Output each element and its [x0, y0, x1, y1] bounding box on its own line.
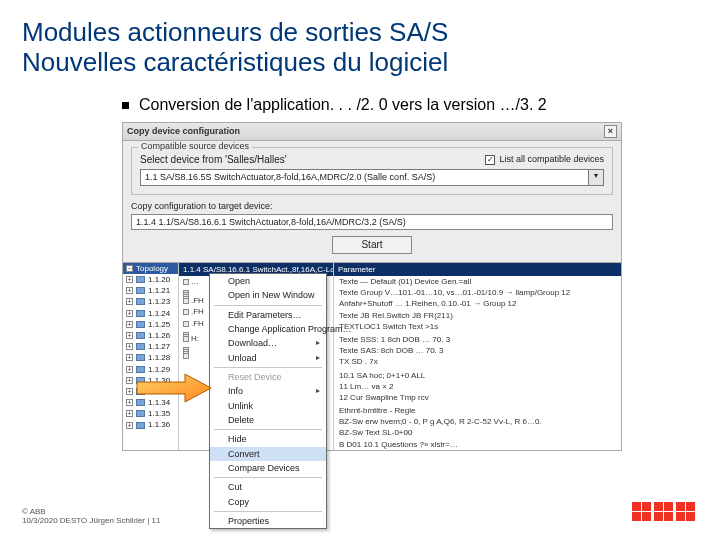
minus-icon: − — [126, 265, 133, 272]
source-device-combo[interactable]: 1.1 SA/S8.16.5S SwitchActuator,8-fold,16… — [140, 169, 604, 185]
slide-subtitle: Nouvelles caractéristiques du logiciel — [22, 48, 698, 78]
parameter-row: Texte SAS: 8ch DOB … 70. 3 — [334, 345, 621, 356]
group-legend: Compatible source devices — [138, 141, 252, 151]
dialog-title-text: Copy device configuration — [127, 126, 240, 136]
parameter-row: BZ-Sw Text SL-0+00 — [334, 427, 621, 438]
menu-delete[interactable]: Delete — [210, 413, 326, 427]
target-device-value: 1.1.4 1.1/SA/S8.16.6.1 SwitchActuator,8-… — [131, 214, 613, 230]
slide-title: Modules actionneurs de sorties SA/S — [22, 18, 698, 48]
tree-item[interactable]: +1.1.20 — [123, 274, 178, 285]
parameter-row: 10.1 SA hoc; 0+1+0 ALL — [334, 370, 621, 381]
menu-separator — [214, 367, 322, 368]
tree-item[interactable]: +1.1.24 — [123, 308, 178, 319]
parameter-row: B D01 10.1 Questions ?» xlstr=… — [334, 439, 621, 450]
list-compatible-checkbox[interactable]: ✓ List all compatible devices — [485, 154, 604, 164]
parameter-row: 12 Cur Swapline Tmp rcv — [334, 392, 621, 403]
parameter-row: TX SD . 7x — [334, 356, 621, 367]
device-tree[interactable]: − Topology +1.1.20 +1.1.21 +1.1.23 +1.1.… — [123, 263, 179, 450]
svg-rect-11 — [676, 512, 685, 521]
parameter-row: Texte SSS: 1 8ch DOB … 70. 3 — [334, 334, 621, 345]
dialog-titlebar: Copy device configuration × — [123, 123, 621, 141]
parameter-row: Texte — Default (01) Device Gen.=all — [334, 276, 621, 287]
svg-rect-1 — [632, 502, 641, 511]
parameter-row: Ethrnt-bmtitre - Regle — [334, 405, 621, 416]
bullet-row: Conversion de l'application. . . /2. 0 v… — [122, 96, 698, 114]
context-menu[interactable]: Open Open in New Window Edit Parameters…… — [209, 273, 327, 530]
menu-copy[interactable]: Copy — [210, 495, 326, 509]
svg-rect-12 — [686, 512, 695, 521]
parameter-column: Parameter Texte — Default (01) Device Ge… — [334, 263, 621, 450]
parameter-row: Texte Group V…101.-01…10, vs…01.-01/10.9… — [334, 287, 621, 298]
parameter-row: BZ-Sw erw hvem;0 - 0, P g A,Q6, R 2-C-52… — [334, 416, 621, 427]
menu-separator — [214, 477, 322, 478]
menu-hide[interactable]: Hide — [210, 432, 326, 446]
menu-compare-devices[interactable]: Compare Devices — [210, 461, 326, 475]
abb-logo — [632, 500, 696, 528]
menu-open[interactable]: Open — [210, 274, 326, 288]
tree-item[interactable]: +1.1.21 — [123, 285, 178, 296]
tree-item[interactable]: +1.1.23 — [123, 296, 178, 307]
menu-info[interactable]: Info — [210, 384, 326, 398]
menu-edit-parameters[interactable]: Edit Parameters… — [210, 308, 326, 322]
device-settings-column: 1.1.4 SA/S8.16.6.1 SwitchAct.,8f,16A,C-L… — [179, 263, 334, 450]
svg-rect-2 — [642, 502, 651, 511]
bullet-square-icon — [122, 102, 129, 109]
svg-rect-3 — [632, 512, 641, 521]
menu-separator — [214, 429, 322, 430]
menu-separator — [214, 511, 322, 512]
parameter-row: Texte JB Rel.Switch JB FR(211) — [334, 310, 621, 321]
group-compatible-devices: Compatible source devices Select device … — [131, 147, 613, 195]
svg-rect-5 — [654, 502, 663, 511]
tree-item[interactable]: +1.1.27 — [123, 341, 178, 352]
callout-arrow-icon — [135, 371, 213, 405]
svg-rect-4 — [642, 512, 651, 521]
copy-to-label: Copy configuration to target device: — [131, 201, 613, 211]
menu-cut[interactable]: Cut — [210, 480, 326, 494]
footer-date-author: 10/3/2020 DESTO Jürgen Schilder | 11 — [22, 516, 160, 526]
parameter-row: Anfahr+Shutoff … 1.Reihen, 0.10.-01 → Gr… — [334, 298, 621, 309]
svg-rect-6 — [664, 502, 673, 511]
ets-panel: − Topology +1.1.20 +1.1.21 +1.1.23 +1.1.… — [123, 262, 621, 450]
tree-item[interactable]: +1.1.26 — [123, 330, 178, 341]
checkbox-icon: ✓ — [485, 155, 495, 165]
tree-title: Topology — [136, 264, 168, 273]
menu-convert[interactable]: Convert — [210, 447, 326, 461]
menu-properties[interactable]: Properties — [210, 514, 326, 528]
bullet-text: Conversion de l'application. . . /2. 0 v… — [139, 96, 547, 114]
svg-marker-0 — [137, 374, 211, 402]
checkbox-label: List all compatible devices — [499, 154, 604, 164]
parameter-row: 11 Lm… va × 2 — [334, 381, 621, 392]
parameter-row: TEXTLOC1 Switch Text >1s — [334, 321, 621, 332]
title-block: Modules actionneurs de sorties SA/S Nouv… — [22, 18, 698, 78]
copyright: © ABB — [22, 507, 160, 517]
menu-change-application[interactable]: Change Application Program… — [210, 322, 326, 336]
tree-header: − Topology — [123, 263, 178, 274]
svg-rect-7 — [654, 512, 663, 521]
menu-reset-device: Reset Device — [210, 370, 326, 384]
select-device-label: Select device from 'Salles/Halles' — [140, 154, 287, 166]
footer-meta: © ABB 10/3/2020 DESTO Jürgen Schilder | … — [22, 507, 160, 526]
menu-unload[interactable]: Unload — [210, 351, 326, 365]
svg-rect-10 — [686, 502, 695, 511]
start-button[interactable]: Start — [332, 236, 411, 254]
tree-item[interactable]: +1.1.28 — [123, 352, 178, 363]
close-icon[interactable]: × — [604, 125, 617, 138]
tree-item[interactable]: +1.1.35 — [123, 408, 178, 419]
menu-unlink[interactable]: Unlink — [210, 399, 326, 413]
tree-item[interactable]: +1.1.25 — [123, 319, 178, 330]
svg-rect-9 — [676, 502, 685, 511]
menu-open-new-window[interactable]: Open in New Window — [210, 288, 326, 302]
tree-item[interactable]: +1.1.36 — [123, 419, 178, 430]
menu-download[interactable]: Download… — [210, 336, 326, 350]
chevron-down-icon[interactable]: ▾ — [589, 169, 604, 185]
screenshot-dialog: Copy device configuration × Compatible s… — [122, 122, 622, 451]
source-device-value: 1.1 SA/S8.16.5S SwitchActuator,8-fold,16… — [140, 169, 589, 185]
menu-separator — [214, 305, 322, 306]
parameter-header: Parameter — [334, 263, 621, 276]
dialog-body: Compatible source devices Select device … — [123, 141, 621, 262]
svg-rect-8 — [664, 512, 673, 521]
